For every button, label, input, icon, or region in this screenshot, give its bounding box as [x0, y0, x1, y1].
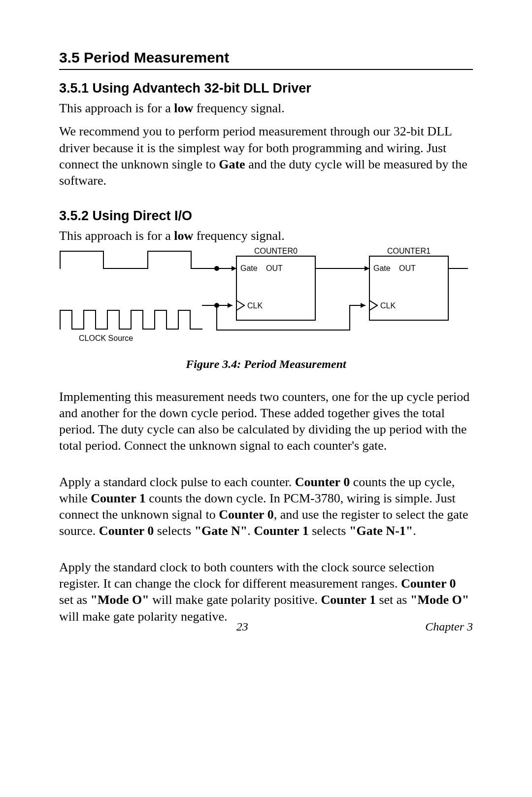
text-run: selects: [154, 524, 194, 538]
label-gate1: Gate: [373, 264, 391, 272]
svg-marker-10: [228, 303, 233, 308]
label-out1: OUT: [399, 264, 416, 272]
text-run: frequency signal.: [193, 229, 285, 243]
bold-text: Counter 1: [91, 491, 145, 505]
bold-text: Gate: [219, 157, 245, 171]
subsection-heading-1: 3.5.1 Using Advantech 32-bit DLL Driver: [59, 81, 473, 96]
svg-marker-4: [232, 266, 236, 271]
label-clk0: CLK: [247, 301, 263, 310]
figure-caption: Figure 3.4: Period Measurement: [59, 358, 473, 371]
text-run: frequency signal.: [193, 101, 285, 115]
bold-text: Counter 1: [254, 524, 308, 538]
section-number: 3.5: [59, 49, 80, 66]
sub1-paragraph-2: We recommend you to perform period measu…: [59, 123, 473, 189]
text-run: selects: [309, 524, 349, 538]
subsection-1-title: Using Advantech 32-bit DLL Driver: [93, 81, 311, 96]
svg-point-3: [215, 266, 219, 270]
text-run: set as: [376, 593, 410, 607]
figure-3-4: COUNTER0 COUNTER1 Gate OUT Gate OUT CLK …: [59, 246, 473, 352]
paragraph-4: Apply a standard clock pulse to each cou…: [59, 474, 473, 539]
subsection-2-number: 3.5.2: [59, 208, 89, 223]
bold-text: low: [174, 229, 193, 243]
bold-text: low: [174, 101, 193, 115]
label-out0: OUT: [266, 264, 283, 272]
text-run: .: [413, 524, 416, 538]
section-heading: 3.5 Period Measurement: [59, 49, 473, 66]
bold-text: Counter 0: [401, 576, 456, 591]
sub1-paragraph-1: This approach is for a low frequency sig…: [59, 100, 473, 116]
label-clk1: CLK: [380, 301, 396, 310]
bold-text: "Gate N-1": [349, 524, 413, 538]
text-run: Apply a standard clock pulse to each cou…: [59, 475, 295, 489]
svg-marker-7: [365, 266, 369, 271]
period-measurement-diagram: COUNTER0 COUNTER1 Gate OUT Gate OUT CLK …: [59, 246, 473, 350]
text-run: will make gate polarity positive.: [149, 593, 321, 607]
text-run: Apply the standard clock to both counter…: [59, 560, 434, 591]
bold-text: Counter 1: [321, 593, 375, 607]
label-counter1: COUNTER1: [387, 247, 431, 255]
bold-text: "Mode O": [91, 593, 149, 607]
label-gate0: Gate: [240, 264, 258, 272]
sub2-paragraph-1: This approach is for a low frequency sig…: [59, 228, 473, 244]
label-clock-source: CLOCK Source: [79, 334, 133, 342]
subsection-1-number: 3.5.1: [59, 81, 89, 96]
subsection-2-title: Using Direct I/O: [93, 208, 193, 223]
label-counter0: COUNTER0: [254, 247, 298, 255]
bold-text: Counter 0: [295, 475, 350, 489]
text-run: This approach is for a: [59, 101, 174, 115]
page-number: 23: [59, 620, 425, 633]
page-footer: 23 Chapter 3: [59, 620, 473, 633]
section-title: Period Measurement: [84, 49, 229, 66]
text-run: This approach is for a: [59, 229, 174, 243]
bold-text: Counter 0: [99, 524, 154, 538]
page: 3.5 Period Measurement 3.5.1 Using Advan…: [0, 0, 532, 661]
text-run: .: [247, 524, 254, 538]
bold-text: "Mode O": [410, 593, 469, 607]
svg-marker-11: [361, 303, 366, 308]
section-rule: [59, 69, 473, 70]
paragraph-3: Implementing this measurement needs two …: [59, 389, 473, 454]
paragraph-5: Apply the standard clock to both counter…: [59, 559, 473, 625]
bold-text: "Gate N": [195, 524, 248, 538]
text-run: set as: [59, 593, 91, 607]
bold-text: Counter 0: [219, 507, 273, 522]
chapter-label: Chapter 3: [425, 620, 473, 633]
subsection-heading-2: 3.5.2 Using Direct I/O: [59, 208, 473, 224]
